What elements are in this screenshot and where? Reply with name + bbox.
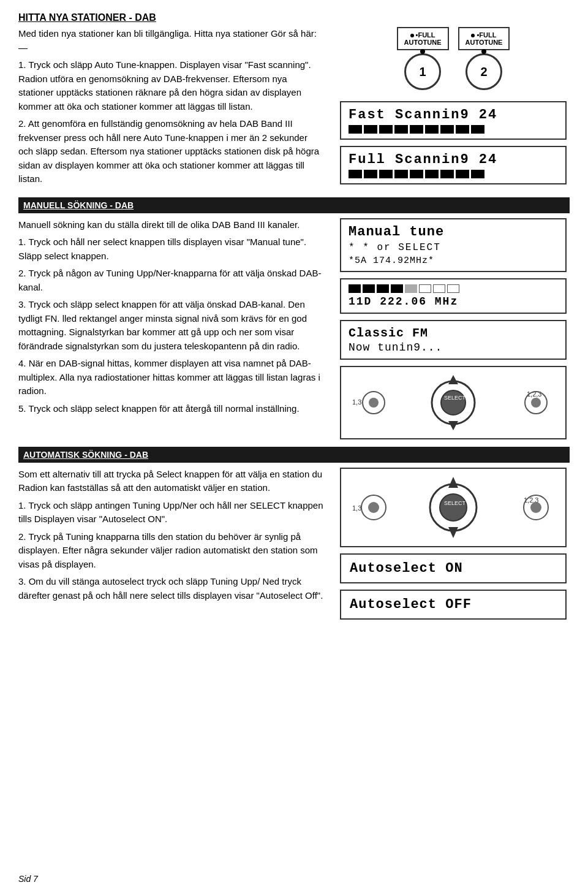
manuell-step5-text: Tryck och släpp select knappen för att å… xyxy=(28,403,299,414)
manuell-step1-num: 1. xyxy=(18,237,26,247)
mt-line3: *5A 174.92MHz* xyxy=(349,256,558,266)
manuell-step4: 4. När en DAB-signal hittas, kommer disp… xyxy=(18,357,325,398)
step2-text: Att genomföra en fullständig genomsöknin… xyxy=(18,118,319,184)
manuell-step5: 5. Tryck och släpp select knappen för at… xyxy=(18,402,325,416)
manuell-step3: 3. Tryck och släpp select knappen för at… xyxy=(18,298,325,353)
hitta-step1: 1. Tryck och släpp Auto Tune-knappen. Di… xyxy=(18,58,325,113)
ch-blocks xyxy=(349,284,558,293)
classic-display: Classic FM Now tunin9... xyxy=(340,320,567,360)
fast-scanning-display: Fast Scannin9 24 xyxy=(340,101,567,140)
autoselect-knob-diagram: SELECT 1,3 1,2,3 xyxy=(340,468,567,547)
automatisk-step1-num: 1. xyxy=(18,500,26,511)
automatisk-step2-text: Tryck på Tuning knapparna tills den stat… xyxy=(18,531,318,569)
fast-scanning-text: Fast Scannin9 24 xyxy=(349,107,558,123)
hitta-right-col: •FULL AUTOTUNE 1 •FULL AUTOTUNE 2 xyxy=(337,27,570,190)
manuell-step2: 2. Tryck på någon av Tuning Upp/Ner-knap… xyxy=(18,267,325,294)
manuell-step5-num: 5. xyxy=(18,403,26,414)
automatisk-step3-text: Om du vill stänga autoselect tryck och s… xyxy=(18,576,323,601)
svg-point-12 xyxy=(440,494,467,521)
autoselect-on-display: Autoselect ON xyxy=(340,553,567,583)
svg-text:1,3: 1,3 xyxy=(352,504,361,512)
autoselect-svg: SELECT 1,3 1,2,3 xyxy=(349,471,557,544)
svg-marker-4 xyxy=(448,421,458,430)
automatisk-header: AUTOMATISK SÖKNING - DAB xyxy=(18,447,570,463)
channel-display: 11D 222.06 MHz xyxy=(340,278,567,314)
fast-scanning-blocks xyxy=(349,125,558,134)
manual-tune-display: Manual tune * * or SELECT *5A 174.92MHz* xyxy=(340,218,567,272)
knob-svg: SELECT 1,3 1,2,3 xyxy=(349,369,557,436)
autotune-diagrams: •FULL AUTOTUNE 1 •FULL AUTOTUNE 2 xyxy=(397,27,510,90)
manuell-section: Manuell sökning kan du ställa direkt til… xyxy=(18,218,570,439)
page-footer: Sid 7 xyxy=(18,874,38,884)
step1-text: Tryck och släpp Auto Tune-knappen. Displ… xyxy=(18,59,311,112)
automatisk-left-col: Som ett alternativ till att trycka på Se… xyxy=(18,468,325,620)
automatisk-step2-num: 2. xyxy=(18,531,26,542)
automatisk-step2: 2. Tryck på Tuning knapparna tills den s… xyxy=(18,530,325,572)
manuell-step2-text: Tryck på någon av Tuning Upp/Ner-knappar… xyxy=(18,268,321,292)
automatisk-right-col: SELECT 1,3 1,2,3 Autoselect ON xyxy=(337,468,570,620)
autotune-box-2: •FULL AUTOTUNE xyxy=(458,27,510,50)
manuell-header: MANUELL SÖKNING - DAB xyxy=(18,197,570,213)
manuell-step4-text: När en DAB-signal hittas, kommer display… xyxy=(18,358,320,396)
hitta-section: HITTA NYA STATIONER - DAB Med tiden nya … xyxy=(18,12,570,190)
autotune-circle-2: 2 xyxy=(466,53,502,90)
svg-point-19 xyxy=(368,502,379,513)
classic-line1: Classic FM xyxy=(349,326,558,340)
ch-line: 11D 222.06 MHz xyxy=(349,295,558,308)
hitta-step2: 2. Att genomföra en fullständig genomsök… xyxy=(18,117,325,186)
knob-diagram: SELECT 1,3 1,2,3 xyxy=(340,366,567,439)
full-scanning-text: Full Scannin9 24 xyxy=(349,152,558,167)
automatisk-step3-num: 3. xyxy=(18,576,26,587)
manuell-right-col: Manual tune * * or SELECT *5A 174.92MHz*… xyxy=(337,218,570,439)
manuell-step2-num: 2. xyxy=(18,268,26,278)
classic-line2: Now tunin9... xyxy=(349,341,558,354)
svg-marker-3 xyxy=(448,375,458,384)
autotune-item-1: •FULL AUTOTUNE 1 xyxy=(397,27,449,90)
automatisk-step1-text: Tryck och släpp antingen Tuning Upp/Ner … xyxy=(18,500,323,525)
autotune-box-1: •FULL AUTOTUNE xyxy=(397,27,449,50)
svg-text:SELECT: SELECT xyxy=(444,500,466,506)
manuell-step1: 1. Tryck och håll ner select knappen til… xyxy=(18,235,325,263)
autotune-circle-1: 1 xyxy=(404,53,441,90)
manuell-step4-num: 4. xyxy=(18,358,26,368)
mt-line1: Manual tune xyxy=(349,224,558,240)
hitta-title: HITTA NYA STATIONER - DAB xyxy=(18,12,570,23)
step1-num: 1. xyxy=(18,59,26,70)
svg-point-21 xyxy=(530,502,541,513)
manuell-intro: Manuell sökning kan du ställa direkt til… xyxy=(18,218,325,232)
automatisk-section: Som ett alternativ till att trycka på Se… xyxy=(18,468,570,620)
autoselect-off-display: Autoselect OFF xyxy=(340,590,567,620)
hitta-intro: Med tiden nya stationer kan bli tillgäng… xyxy=(18,27,325,55)
manuell-step3-num: 3. xyxy=(18,299,26,309)
autotune-item-2: •FULL AUTOTUNE 2 xyxy=(458,27,510,90)
manuell-left-col: Manuell sökning kan du ställa direkt til… xyxy=(18,218,325,439)
hitta-left-col: Med tiden nya stationer kan bli tillgäng… xyxy=(18,27,325,190)
manuell-step3-text: Tryck och släpp select knappen för att v… xyxy=(18,299,307,351)
autoselect-off-text: Autoselect OFF xyxy=(350,597,557,612)
svg-point-8 xyxy=(369,398,379,408)
svg-text:SELECT: SELECT xyxy=(444,395,466,401)
automatisk-step1: 1. Tryck och släpp antingen Tuning Upp/N… xyxy=(18,499,325,526)
autoselect-on-text: Autoselect ON xyxy=(350,561,557,576)
svg-point-1 xyxy=(441,390,466,415)
full-scanning-display: Full Scannin9 24 xyxy=(340,146,567,184)
full-scanning-blocks xyxy=(349,170,558,178)
svg-marker-15 xyxy=(448,527,458,538)
automatisk-step3: 3. Om du vill stänga autoselect tryck oc… xyxy=(18,575,325,602)
svg-marker-14 xyxy=(448,477,458,488)
svg-point-10 xyxy=(531,398,541,408)
manuell-step1-text: Tryck och håll ner select knappen tills … xyxy=(18,237,306,261)
svg-text:1,3: 1,3 xyxy=(352,398,361,406)
mt-line2: * * or SELECT xyxy=(349,242,558,253)
step2-num: 2. xyxy=(18,118,26,129)
automatisk-intro: Som ett alternativ till att trycka på Se… xyxy=(18,468,325,495)
